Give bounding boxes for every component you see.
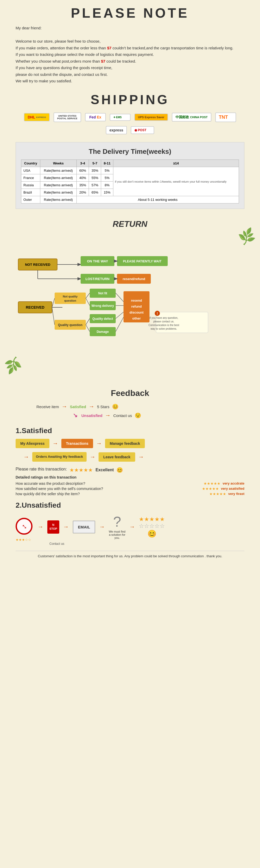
arrow-3: → bbox=[23, 454, 29, 460]
receive-item-label: Receive item bbox=[36, 404, 59, 409]
delivery-title: The Delivery Time(weeks) bbox=[21, 148, 239, 156]
on-the-way-label: ON THE WAY bbox=[87, 259, 108, 263]
rating-q3: how quickly did the seller ship the item… bbox=[16, 492, 80, 496]
no-stars: ★★★☆☆ bbox=[16, 538, 31, 542]
note-line6: please do not submit the dispute, and co… bbox=[16, 71, 244, 78]
feedback-section: Feedback Receive item → Satisfied → 5 St… bbox=[16, 389, 244, 559]
satisfied-section-header: 1.Satisfied bbox=[16, 427, 244, 435]
excellent-emoji: 😊 bbox=[116, 467, 123, 473]
feedback-flow-unsatisfied: ↘ Unsatisfied → Contact us 😟 bbox=[16, 412, 244, 419]
unsatisfied-label: Unsatisfied bbox=[81, 413, 103, 418]
rating-row-2: How satisfied were you with the sell's c… bbox=[16, 487, 244, 491]
svg-line-29 bbox=[116, 312, 123, 318]
return-section: RETURN 🌿 🌿 NOT RECEIVED ON THE WAY PLEAS… bbox=[16, 219, 244, 378]
delivery-table: Country Weeks 3-4 5-7 8-11 ≥14 USA Rate(… bbox=[21, 159, 239, 204]
please-note-title: PLEASE NOTE bbox=[16, 5, 244, 21]
excellent-label: Excellent bbox=[95, 468, 114, 472]
tnt-logo: TNT bbox=[215, 113, 236, 122]
unsatisfied-arrow-1: → bbox=[38, 524, 44, 530]
ali-flow-2: → Orders Awaiting My feedback → Leave fe… bbox=[16, 452, 244, 462]
col-3-4: 3-4 bbox=[77, 160, 89, 167]
shipping-title: SHIPPING bbox=[16, 92, 244, 107]
feedback-flow-main: Receive item → Satisfied → 5 Stars 😊 bbox=[16, 403, 244, 410]
svg-line-30 bbox=[116, 317, 123, 332]
stars-outcome: ★★★★★ ☆☆☆☆☆ 😊 bbox=[139, 516, 165, 538]
svg-text:if you have any question,: if you have any question, bbox=[149, 316, 178, 319]
must-find-text: We must finda solution foryou. bbox=[109, 530, 125, 539]
satisfaction-text: Customers' satisfaction is the most impo… bbox=[16, 551, 244, 559]
ems-logo: ✈ EMS bbox=[110, 114, 131, 121]
question-mark-icon: ? bbox=[109, 515, 125, 529]
transactions-button[interactable]: Transactions bbox=[61, 439, 93, 448]
svg-line-22 bbox=[86, 293, 90, 298]
auspost-logo: ◉ POST bbox=[131, 126, 154, 134]
no-sign: ↕ ★★★☆☆ bbox=[16, 518, 34, 536]
unsatisfied-flow: ↕ ★★★☆☆ → N STOP → EMAIL → ? We must fin… bbox=[16, 515, 244, 539]
five-stars-label: 5 Stars bbox=[97, 404, 110, 409]
arrow-4: → bbox=[90, 454, 95, 460]
note-line7: We will try to make you satisfied. bbox=[16, 78, 244, 85]
unsatisfied-arrow-4: → bbox=[129, 524, 135, 530]
outcome-stars-grey: ☆☆☆☆☆ bbox=[139, 523, 165, 529]
outcome-stars: ★★★★★ bbox=[139, 516, 165, 523]
stop-sign: N STOP bbox=[47, 520, 59, 534]
rate-transaction-label: Please rate this transaction: bbox=[16, 467, 67, 471]
note-line5: If you have any questions during the goo… bbox=[16, 64, 244, 71]
note-text: My dear friend: Welcome to our store, pl… bbox=[16, 25, 244, 85]
highlight-7-2: $7 bbox=[101, 59, 106, 63]
orders-awaiting-button[interactable]: Orders Awaiting My feedback bbox=[32, 452, 87, 462]
ups-logo: UPS Express Saver bbox=[135, 114, 168, 121]
svg-text:way to solve problems.: way to solve problems. bbox=[150, 327, 177, 330]
worried-emoji: 😟 bbox=[135, 412, 141, 418]
rating-section: Please rate this transaction: ★★★★★ Exce… bbox=[16, 467, 244, 496]
rating-row-1: How accurate was the product description… bbox=[16, 482, 244, 486]
highlight-7-1: $7 bbox=[107, 46, 112, 50]
svg-text:!: ! bbox=[157, 311, 158, 315]
note-line2: If you make orders, attention that the o… bbox=[16, 45, 244, 52]
received-label: RECEIVED bbox=[26, 305, 45, 309]
col-14: ≥14 bbox=[113, 160, 239, 167]
usps-logo: UNITED STATESPOSTAL SERVICE bbox=[54, 113, 81, 122]
svg-text:question: question bbox=[64, 299, 76, 302]
svg-rect-12 bbox=[55, 292, 86, 304]
feedback-title: Feedback bbox=[16, 389, 244, 398]
svg-text:Communication is the best: Communication is the best bbox=[148, 324, 179, 327]
not-received-label: NOT RECEIVED bbox=[25, 263, 51, 267]
svg-line-27 bbox=[116, 293, 123, 302]
rating-a3: very firast bbox=[228, 492, 244, 496]
happy-emoji: 😊 bbox=[112, 403, 119, 410]
arrow-2: → bbox=[96, 440, 102, 447]
outcome-emoji: 😊 bbox=[139, 529, 165, 538]
question-box: ? We must finda solution foryou. bbox=[109, 515, 125, 539]
shipping-logos: DHL EXPRESS UNITED STATESPOSTAL SERVICE … bbox=[16, 113, 244, 134]
lost-return-label: LOST/RETURN bbox=[86, 277, 110, 281]
svg-line-25 bbox=[86, 325, 90, 332]
resend-label: resend bbox=[131, 299, 142, 302]
flow-labels: Contact us bbox=[16, 542, 244, 546]
note-line1: Welcome to our store, please feel free t… bbox=[16, 38, 244, 45]
unsatisfied-arrow-3: → bbox=[99, 524, 105, 530]
svg-text:please contact us.: please contact us. bbox=[153, 320, 174, 323]
return-diagram: 🌿 🌿 NOT RECEIVED ON THE WAY PLEASE PATIE… bbox=[16, 237, 244, 378]
svg-line-24 bbox=[86, 318, 90, 325]
unsatisfied-arrow-2: → bbox=[63, 524, 69, 530]
stars-2: ★★★★★ bbox=[202, 487, 219, 491]
rating-title-row: Please rate this transaction: ★★★★★ Exce… bbox=[16, 467, 244, 473]
unsatisfied-section-header: 2.Unsatisfied bbox=[16, 501, 244, 509]
svg-line-17 bbox=[52, 307, 55, 325]
arrow-right-3: → bbox=[105, 412, 111, 419]
rating-q1: How accurate was the product description… bbox=[16, 482, 85, 486]
note-line3: If you want to tracking please select th… bbox=[16, 51, 244, 58]
svg-line-23 bbox=[86, 298, 90, 306]
email-box: EMAIL bbox=[73, 521, 95, 533]
leave-feedback-button[interactable]: Leave feedback bbox=[98, 452, 135, 462]
my-aliexpress-button[interactable]: My Aliexpress bbox=[16, 439, 49, 448]
arrow-right-2: → bbox=[89, 403, 94, 410]
manage-feedback-button[interactable]: Manage feedback bbox=[105, 439, 145, 448]
svg-text:Not quality: Not quality bbox=[63, 295, 78, 298]
express-logo: express bbox=[106, 126, 127, 134]
fedex-logo: FedEx bbox=[85, 113, 106, 121]
table-row: USA Rate(Items arrived) 60% 35% 5% if yo… bbox=[21, 167, 239, 174]
col-8-11: 8-11 bbox=[101, 160, 113, 167]
table-row: Outer Rate(Items arrived) About 5-11 wor… bbox=[21, 196, 239, 204]
